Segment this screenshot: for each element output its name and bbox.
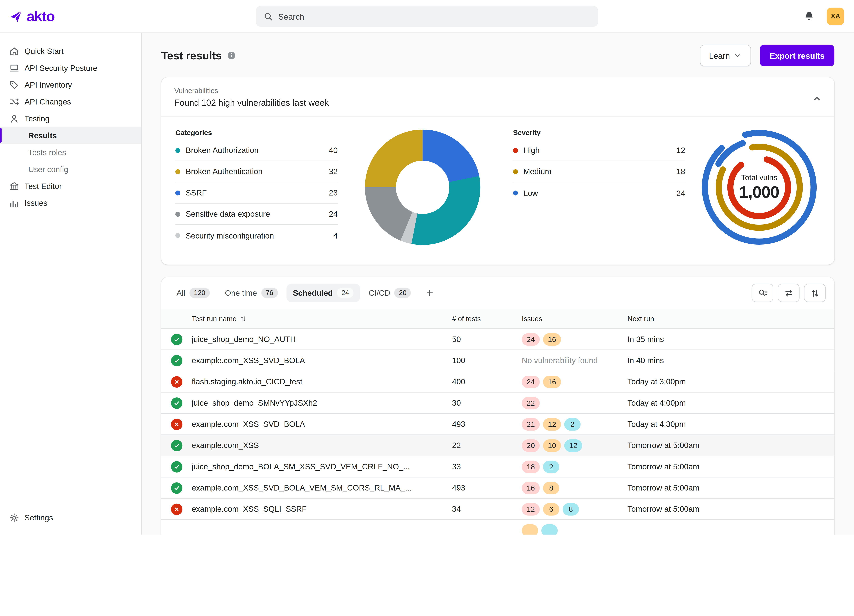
table-row[interactable]: example.com_XSS_SVD_BOLA100No vulnerabil…	[161, 350, 834, 371]
severity-dot	[513, 169, 518, 174]
global-search[interactable]	[256, 6, 598, 27]
tab-all[interactable]: All120	[170, 284, 216, 302]
no-vulnerability-text: No vulnerability found	[522, 356, 598, 365]
issue-badge-info	[541, 524, 558, 535]
issue-badge-info: 8	[563, 503, 579, 515]
column-next-run: Next run	[627, 315, 834, 323]
sidebar-item-quick-start[interactable]: Quick Start	[0, 43, 141, 59]
table-row[interactable]	[161, 519, 834, 535]
export-results-button[interactable]: Export results	[760, 44, 834, 66]
changes-icon	[9, 96, 20, 107]
table-row[interactable]: example.com_XSS22201012Tomorrow at 5:00a…	[161, 435, 834, 456]
categories-list: Broken Authorization40Broken Authenticat…	[175, 140, 338, 246]
sidebar-item-settings[interactable]: Settings	[0, 509, 141, 526]
next-run: Today at 3:00pm	[627, 377, 834, 386]
issue-badge-critical: 20	[522, 439, 540, 452]
sidebar-item-results[interactable]: Results	[0, 127, 141, 144]
vulnerabilities-card-body: Categories Broken Authorization40Broken …	[161, 116, 834, 265]
table-row[interactable]: example.com_XSS_SVD_BOLA49321122Today at…	[161, 413, 834, 434]
table-row[interactable]: example.com_XSS_SQLI_SSRF341268Tomorrow …	[161, 498, 834, 519]
sidebar-item-label: API Security Posture	[24, 63, 98, 72]
test-run-name[interactable]: example.com_XSS_SQLI_SSRF	[192, 505, 452, 513]
status-success-icon	[171, 461, 182, 472]
table-row[interactable]: juice_shop_demo_BOLA_SM_XSS_SVD_VEM_CRLF…	[161, 456, 834, 477]
severity-value: 24	[676, 189, 685, 197]
test-run-name[interactable]: juice_shop_demo_SMNvYYpJSXh2	[192, 398, 452, 407]
collapse-card-button[interactable]	[810, 92, 824, 105]
table-row[interactable]: juice_shop_demo_SMNvYYpJSXh23022Today at…	[161, 392, 834, 413]
next-run: Tomorrow at 5:00am	[627, 484, 834, 492]
test-run-name[interactable]: juice_shop_demo_NO_AUTH	[192, 335, 452, 344]
search-icon	[263, 11, 273, 21]
table-header-row: Test run name # of tests Issues Next run	[161, 309, 834, 328]
sidebar-item-user-config[interactable]: User config	[0, 161, 141, 178]
severity-value: 12	[676, 146, 685, 155]
next-run: Today at 4:00pm	[627, 398, 834, 407]
topbar: akto XA	[0, 0, 854, 33]
tab-one-time[interactable]: One time76	[218, 284, 284, 302]
sidebar-item-api-security-posture[interactable]: API Security Posture	[0, 59, 141, 76]
column-test-run-name[interactable]: Test run name	[192, 315, 452, 323]
sidebar-item-label: Settings	[24, 513, 53, 522]
next-run: Tomorrow at 5:00am	[627, 505, 834, 513]
table-actions	[752, 284, 826, 302]
chevron-down-icon	[733, 51, 742, 60]
severity-row: Medium18	[513, 161, 685, 183]
test-run-name[interactable]: example.com_XSS_SVD_BOLA	[192, 420, 452, 429]
issue-badge-warning: 8	[543, 481, 560, 494]
search-input[interactable]	[278, 12, 591, 21]
issue-badge-warning: 16	[543, 376, 561, 388]
sort-arrows-icon	[810, 288, 820, 298]
table-row[interactable]: juice_shop_demo_NO_AUTH502416In 35 mins	[161, 328, 834, 350]
test-run-name[interactable]: flash.staging.akto.io_CICD_test	[192, 377, 452, 386]
sidebar-item-test-editor[interactable]: Test Editor	[0, 178, 141, 195]
severity-value: 18	[676, 167, 685, 176]
test-run-name[interactable]: example.com_XSS	[192, 441, 452, 450]
table-refresh-button[interactable]	[778, 284, 800, 302]
table-search-filter-button[interactable]	[752, 284, 773, 302]
tab-scheduled[interactable]: Scheduled24	[286, 284, 360, 302]
next-run: Today at 4:30pm	[627, 420, 834, 429]
test-count: 400	[452, 377, 522, 386]
issue-badge-critical: 24	[522, 333, 540, 345]
vulnerabilities-card: Vulnerabilities Found 102 high vulnerabi…	[161, 78, 834, 265]
avatar[interactable]: XA	[827, 8, 844, 25]
issue-badge-info: 2	[564, 418, 581, 430]
learn-button[interactable]: Learn	[700, 44, 751, 66]
tab-ci-cd[interactable]: CI/CD20	[362, 284, 417, 302]
table-row[interactable]: example.com_XSS_SVD_BOLA_VEM_SM_CORS_RL_…	[161, 477, 834, 498]
table-sort-button[interactable]	[804, 284, 826, 302]
severity-block: Severity High12Medium18Low24	[513, 129, 685, 204]
brand-logo[interactable]: akto	[0, 9, 142, 23]
category-dot	[175, 148, 180, 153]
test-run-name[interactable]: juice_shop_demo_BOLA_SM_XSS_SVD_VEM_CRLF…	[192, 462, 452, 471]
laptop-icon	[9, 62, 20, 73]
issues-cell: 21122	[522, 418, 628, 430]
sidebar-item-tests-roles[interactable]: Tests roles	[0, 144, 141, 161]
notifications-bell-icon[interactable]	[803, 11, 815, 22]
sidebar-item-issues[interactable]: Issues	[0, 194, 141, 211]
category-dot	[175, 211, 180, 216]
sidebar-item-testing[interactable]: Testing	[0, 110, 141, 127]
category-value: 24	[329, 210, 338, 218]
issue-badge-critical: 12	[522, 503, 540, 515]
sidebar-item-api-inventory[interactable]: API Inventory	[0, 76, 141, 93]
column-num-tests: # of tests	[452, 315, 522, 323]
column-sort-icon[interactable]	[240, 315, 247, 322]
next-run: Tomorrow at 5:00am	[627, 441, 834, 450]
info-icon[interactable]	[227, 51, 236, 61]
sidebar-item-api-changes[interactable]: API Changes	[0, 93, 141, 110]
table-row[interactable]: flash.staging.akto.io_CICD_test4002416To…	[161, 371, 834, 392]
tab-label: One time	[225, 289, 257, 297]
add-tab-button[interactable]	[421, 284, 439, 302]
issues-cell: No vulnerability found	[522, 356, 628, 365]
tab-count: 24	[337, 288, 353, 298]
status-error-icon	[171, 418, 182, 430]
test-run-name[interactable]: example.com_XSS_SVD_BOLA	[192, 356, 452, 365]
test-run-name[interactable]: example.com_XSS_SVD_BOLA_VEM_SM_CORS_RL_…	[192, 484, 452, 492]
status-error-icon	[171, 503, 182, 515]
tabs-list: All120One time76Scheduled24CI/CD20	[170, 284, 418, 302]
issue-badge-critical: 18	[522, 460, 540, 473]
test-count: 493	[452, 420, 522, 429]
next-run: In 35 mins	[627, 335, 834, 344]
